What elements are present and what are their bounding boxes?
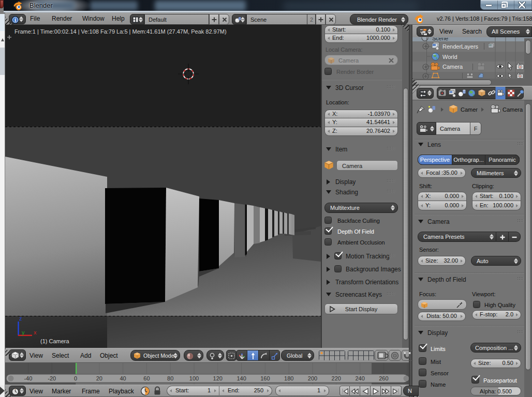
svg-text:180: 180 [284,375,293,381]
svg-text:z: z [19,315,22,322]
svg-text:Frame:1 | Time:00:02.14 | Ve:1: Frame:1 | Time:00:02.14 | Ve:108 Fa:79 L… [14,28,227,35]
svg-text:200: 200 [308,375,317,381]
svg-text:220: 220 [332,375,341,381]
svg-text:240: 240 [355,375,364,381]
svg-text:(1) Camera: (1) Camera [40,338,70,344]
svg-text:120: 120 [213,375,223,381]
svg-text:-20: -20 [48,375,56,381]
svg-text:40: 40 [120,375,126,381]
svg-text:160: 160 [260,375,270,381]
svg-text:100: 100 [189,375,199,381]
svg-text:260: 260 [379,375,388,381]
svg-text:80: 80 [167,375,173,381]
svg-text:i: i [14,17,16,23]
svg-text:y: y [22,329,25,335]
svg-text:60: 60 [143,375,150,381]
svg-text:-40: -40 [24,375,32,381]
svg-text:x: x [34,329,37,335]
svg-text:140: 140 [237,375,246,381]
svg-text:20: 20 [96,375,102,381]
svg-text:0: 0 [74,375,77,381]
